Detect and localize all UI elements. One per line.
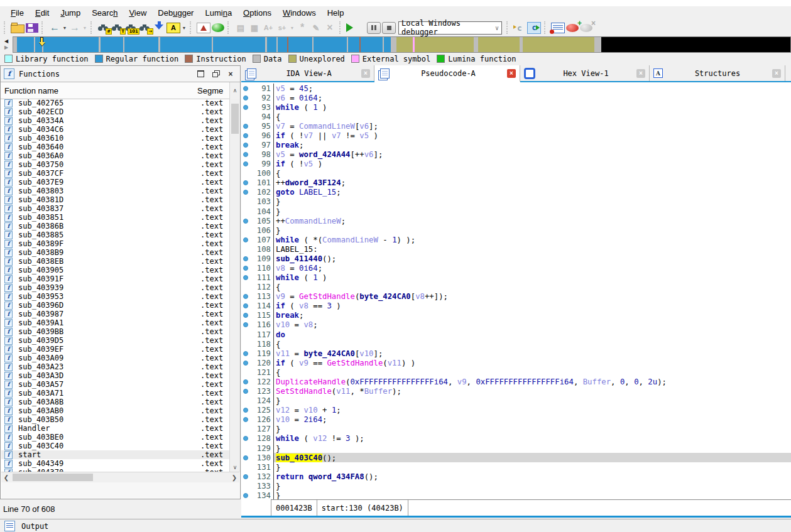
navigate-forward-button[interactable]: → (68, 21, 81, 35)
menu-help[interactable]: Help (322, 7, 350, 19)
breakpoint-dot[interactable] (243, 313, 248, 318)
menu-options[interactable]: Options (237, 7, 277, 19)
code-line-102[interactable]: 102 goto LABEL_15; (241, 188, 791, 197)
make-array-icon[interactable]: * (296, 21, 308, 35)
search-next-icon[interactable]: → (139, 24, 151, 32)
problems-icon[interactable] (197, 23, 210, 33)
breakpoint-dot[interactable] (243, 256, 248, 261)
code-line-119[interactable]: 119 v11 = byte_424CA0[v10]; (241, 349, 791, 358)
function-row-sub_4037CF[interactable]: fsub_4037CF.text (1, 169, 229, 178)
pause-process-button[interactable] (367, 22, 381, 34)
code-line-109[interactable]: 109 sub_411440(); (241, 254, 791, 263)
code-line-99[interactable]: 99 if ( !v5 ) (241, 160, 791, 169)
function-row-sub_403953[interactable]: fsub_403953.text (1, 292, 229, 301)
navband-segment-une[interactable] (396, 37, 413, 52)
navband-segment-reg[interactable] (213, 37, 265, 52)
code-line-100[interactable]: 100 { (241, 169, 791, 178)
navband-segment-reg[interactable] (288, 37, 312, 52)
function-row-sub_4036A0[interactable]: fsub_4036A0.text (1, 151, 229, 160)
pseudocode-view[interactable]: 91 v5 = 45;92 v6 = 0i64;93 while ( 1 )94… (241, 82, 791, 500)
breakpoint-dot[interactable] (243, 436, 248, 441)
code-line-116[interactable]: 116 v10 = v8; (241, 320, 791, 330)
function-row-sub_403A09[interactable]: fsub_403A09.text (1, 354, 229, 362)
code-line-106[interactable]: 106 } (241, 225, 791, 235)
breakpoint-dot[interactable] (243, 389, 248, 394)
code-line-117[interactable]: 117 do (241, 330, 791, 339)
breakpoint-dot[interactable] (243, 180, 248, 185)
make-string-dropdown[interactable]: ▼ (290, 21, 295, 35)
code-line-118[interactable]: 118 { (241, 339, 791, 349)
function-row-sub_403B50[interactable]: fsub_403B50.text (1, 415, 229, 424)
functions-panel-titlebar[interactable]: f Functions × (1, 66, 240, 82)
open-file-button[interactable] (11, 24, 25, 33)
function-row-sub_4038EB[interactable]: fsub_4038EB.text (1, 257, 229, 266)
code-line-132[interactable]: 132 return qword_434FA8(); (241, 472, 791, 481)
code-line-98[interactable]: 98 v5 = word_424A44[++v6]; (241, 150, 791, 160)
code-line-103[interactable]: 103 } (241, 197, 791, 207)
function-row-sub_403837[interactable]: fsub_403837.text (1, 204, 229, 213)
navband-segment-reg[interactable] (43, 37, 99, 52)
function-row-sub_40391F[interactable]: fsub_40391F.text (1, 274, 229, 283)
code-line-92[interactable]: 92 v6 = 0i64; (241, 93, 791, 102)
navband-segment-dat[interactable] (594, 37, 601, 52)
scroll-up-arrow[interactable]: ∧ (229, 82, 240, 99)
column-function-name[interactable]: Function name (1, 86, 58, 95)
continue-process-icon[interactable]: c (527, 22, 541, 34)
navband-segment-reg[interactable] (278, 37, 287, 52)
code-line-111[interactable]: 111 while ( 1 ) (241, 273, 791, 283)
code-line-131[interactable]: 131 } (241, 462, 791, 472)
breakpoint-dot[interactable] (243, 133, 248, 138)
navband-segment-une[interactable] (478, 37, 520, 52)
code-line-122[interactable]: 122 DuplicateHandle(0xFFFFFFFFFFFFFFFFi6… (241, 377, 791, 386)
function-row-sub_4039BB[interactable]: fsub_4039BB.text (1, 327, 229, 336)
navband-segment-reg[interactable] (361, 37, 383, 52)
menu-debugger[interactable]: Debugger (152, 7, 199, 19)
make-string-icon[interactable]: s+ (276, 21, 288, 35)
navigate-back-dropdown[interactable]: ▼ (62, 21, 67, 35)
code-line-128[interactable]: 128 while ( v12 != 3 ); (241, 434, 791, 443)
function-row-sub_40389F[interactable]: fsub_40389F.text (1, 239, 229, 248)
make-code-icon[interactable]: ▤ (234, 21, 247, 35)
function-row-sub_403A3D[interactable]: fsub_403A3D.text (1, 371, 229, 380)
navband-segment-reg[interactable] (384, 37, 391, 52)
function-row-sub_403885[interactable]: fsub_403885.text (1, 231, 229, 239)
navband-scroll-arrows[interactable]: ◀ ▶ (0, 39, 13, 50)
breakpoint-dot[interactable] (243, 275, 248, 280)
navband-segment-reg[interactable] (124, 37, 158, 52)
function-row-sub_403A8B[interactable]: fsub_403A8B.text (1, 398, 229, 406)
function-row-sub_402ECD[interactable]: fsub_402ECD.text (1, 107, 229, 116)
breakpoint-dot[interactable] (243, 303, 248, 308)
code-line-120[interactable]: 120 if ( v9 == GetStdHandle(v11) ) (241, 358, 791, 367)
functions-horizontal-scrollbar[interactable]: ❮ ❯ (1, 472, 239, 482)
function-row-sub_4038B9[interactable]: fsub_4038B9.text (1, 248, 229, 257)
tab-structures[interactable]: AStructures× (650, 65, 785, 81)
code-line-110[interactable]: 110 v8 = 0i64; (241, 263, 791, 273)
breakpoint-dot[interactable] (243, 322, 248, 327)
code-line-96[interactable]: 96 if ( !v7 || v7 != v5 ) (241, 131, 791, 140)
navband-segment-reg[interactable] (17, 37, 34, 52)
function-row-sub_404349[interactable]: fsub_404349.text (1, 459, 229, 468)
close-tab-icon[interactable]: × (361, 69, 370, 78)
tab-ida-view-a[interactable]: IDA View-A× (241, 65, 374, 81)
output-window-titlebar[interactable]: Output (0, 519, 791, 532)
breakpoint-dot[interactable] (243, 237, 248, 242)
undefine-icon[interactable]: × (324, 21, 336, 35)
tab-pseudocode-a[interactable]: Pseudocode-A× (374, 65, 520, 82)
vertical-scroll-thumb[interactable] (231, 104, 239, 134)
functions-list[interactable]: fsub_402765.textfsub_402ECD.textfsub_403… (1, 99, 229, 472)
analysis-indicator-icon[interactable] (212, 23, 224, 32)
code-line-129[interactable]: 129 } (241, 443, 791, 453)
breakpoint-dot[interactable] (243, 474, 248, 479)
function-row-sub_403803[interactable]: fsub_403803.text (1, 187, 229, 195)
code-line-104[interactable]: 104 } (241, 207, 791, 216)
function-row-Handler[interactable]: fHandler.text (1, 424, 229, 433)
function-row-sub_4039A1[interactable]: fsub_4039A1.text (1, 318, 229, 327)
code-line-105[interactable]: 105 ++CommandLineW; (241, 216, 791, 225)
breakpoint-dot[interactable] (243, 351, 248, 356)
code-line-95[interactable]: 95 v7 = CommandLineW[v6]; (241, 121, 791, 131)
breakpoint-dot[interactable] (243, 408, 248, 413)
navigate-back-button[interactable]: ← (48, 21, 61, 35)
code-line-126[interactable]: 126 v10 = 2i64; (241, 415, 791, 425)
function-row-sub_403640[interactable]: fsub_403640.text (1, 143, 229, 151)
function-row-sub_403BE0[interactable]: fsub_403BE0.text (1, 433, 229, 442)
